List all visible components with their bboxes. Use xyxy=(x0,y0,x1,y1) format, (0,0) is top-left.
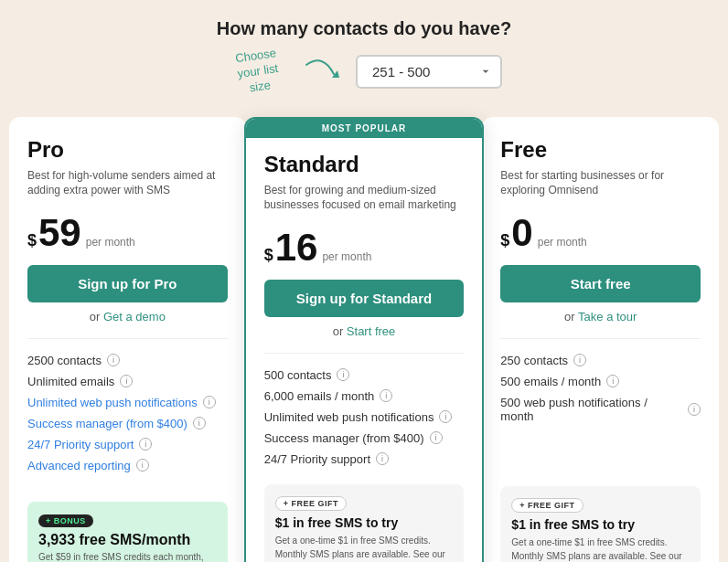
gift-badge: + FREE GIFT xyxy=(275,496,347,511)
standard-secondary-link: or Start free xyxy=(264,324,465,338)
info-icon[interactable]: i xyxy=(380,389,392,402)
dropdown-wrapper: Choose your list size 1 - 250 251 - 500 … xyxy=(217,48,511,95)
standard-features: 500 contacts i 6,000 emails / month i Un… xyxy=(264,365,465,470)
pro-price-period: per month xyxy=(86,236,135,252)
feature-item: 500 contacts i xyxy=(264,365,465,386)
standard-cta-button[interactable]: Sign up for Standard xyxy=(264,280,465,317)
pro-secondary-link: or Get a demo xyxy=(27,310,228,323)
pro-price-row: $ 59 per month xyxy=(27,214,228,252)
bonus-subtitle: Get $59 in free SMS credits each month, … xyxy=(38,551,217,562)
standard-price-row: $ 16 per month xyxy=(264,228,465,267)
feature-item: Unlimited web push notifications i xyxy=(264,407,465,428)
feature-item: 24/7 Priority support i xyxy=(27,434,228,455)
feature-item: 500 web push notifications / month i xyxy=(500,392,701,427)
gift-title: $1 in free SMS to try xyxy=(275,515,454,530)
page-title: How many contacts do you have? xyxy=(217,18,511,39)
feature-item: Advanced reporting i xyxy=(27,455,228,476)
info-icon[interactable]: i xyxy=(337,368,349,381)
standard-description: Best for growing and medium-sized busine… xyxy=(264,183,465,216)
plan-standard: MOST POPULAR Standard Best for growing a… xyxy=(244,117,485,562)
info-icon[interactable]: i xyxy=(139,438,152,451)
plan-pro: Pro Best for high-volume senders aimed a… xyxy=(9,117,246,562)
free-features: 250 contacts i 500 emails / month i 500 … xyxy=(500,350,701,472)
free-gift-box: + FREE GIFT $1 in free SMS to try Get a … xyxy=(500,486,701,562)
info-icon[interactable]: i xyxy=(203,396,216,408)
gift-badge: + FREE GIFT xyxy=(511,498,583,513)
feature-item: 250 contacts i xyxy=(500,350,701,371)
info-icon[interactable]: i xyxy=(193,417,206,429)
info-icon[interactable]: i xyxy=(606,375,619,387)
pro-description: Best for high-volume senders aimed at ad… xyxy=(27,168,228,201)
free-price-row: $ 0 per month xyxy=(500,214,701,252)
free-name: Free xyxy=(500,137,701,163)
info-icon[interactable]: i xyxy=(688,403,701,416)
pro-features: 2500 contacts i Unlimited emails i Unlim… xyxy=(27,350,228,487)
info-icon[interactable]: i xyxy=(430,431,443,444)
standard-divider xyxy=(264,353,465,354)
contacts-dropdown[interactable]: 1 - 250 251 - 500 501 - 1000 1001 - 2500… xyxy=(356,55,502,89)
free-cta-button[interactable]: Start free xyxy=(500,265,701,302)
plan-free: Free Best for starting businesses or for… xyxy=(482,117,719,562)
pro-price-symbol: $ xyxy=(27,231,37,250)
free-price-symbol: $ xyxy=(500,231,509,250)
free-tour-link[interactable]: Take a tour xyxy=(578,310,637,323)
pro-price-amount: 59 xyxy=(38,214,81,252)
pro-cta-button[interactable]: Sign up for Pro xyxy=(27,265,228,302)
info-icon[interactable]: i xyxy=(439,410,452,423)
free-price-period: per month xyxy=(538,236,587,252)
feature-item: 2500 contacts i xyxy=(27,350,228,371)
arrow-icon xyxy=(305,58,341,85)
plans-container: Pro Best for high-volume senders aimed a… xyxy=(9,117,719,562)
free-price-amount: 0 xyxy=(511,214,532,252)
feature-item: 500 emails / month i xyxy=(500,371,701,392)
bonus-title: 3,933 free SMS/month xyxy=(38,532,217,548)
free-divider xyxy=(500,338,701,339)
choose-label: Choose your list size xyxy=(223,44,293,99)
feature-item: Unlimited web push notifications i xyxy=(27,392,228,413)
standard-name: Standard xyxy=(264,152,465,177)
feature-item: Success manager (from $400) i xyxy=(264,428,465,449)
pro-bonus-box: + BONUS 3,933 free SMS/month Get $59 in … xyxy=(27,502,228,562)
info-icon[interactable]: i xyxy=(120,375,133,387)
most-popular-badge: MOST POPULAR xyxy=(246,119,483,138)
free-description: Best for starting businesses or for expl… xyxy=(500,168,701,201)
standard-price-symbol: $ xyxy=(264,246,273,265)
standard-price-amount: 16 xyxy=(275,228,318,267)
standard-start-free-link[interactable]: Start free xyxy=(347,324,395,338)
pro-name: Pro xyxy=(27,137,228,163)
pro-divider xyxy=(27,338,228,339)
gift-text: Get a one-time $1 in free SMS credits. M… xyxy=(275,534,454,562)
free-secondary-link: or Take a tour xyxy=(500,310,701,323)
header: How many contacts do you have? Choose yo… xyxy=(217,18,511,95)
pro-demo-link[interactable]: Get a demo xyxy=(103,310,166,323)
info-icon[interactable]: i xyxy=(376,452,389,465)
feature-item: Unlimited emails i xyxy=(27,371,228,392)
standard-price-period: per month xyxy=(322,250,371,267)
feature-item: 24/7 Priority support i xyxy=(264,449,465,470)
gift-title: $1 in free SMS to try xyxy=(511,517,690,532)
bonus-badge: + BONUS xyxy=(38,514,93,527)
gift-text: Get a one-time $1 in free SMS credits. M… xyxy=(511,535,690,562)
feature-item: 6,000 emails / month i xyxy=(264,386,465,407)
info-icon[interactable]: i xyxy=(573,354,586,366)
info-icon[interactable]: i xyxy=(136,459,149,472)
feature-item: Success manager (from $400) i xyxy=(27,413,228,434)
standard-gift-box: + FREE GIFT $1 in free SMS to try Get a … xyxy=(264,484,465,562)
info-icon[interactable]: i xyxy=(107,354,120,366)
